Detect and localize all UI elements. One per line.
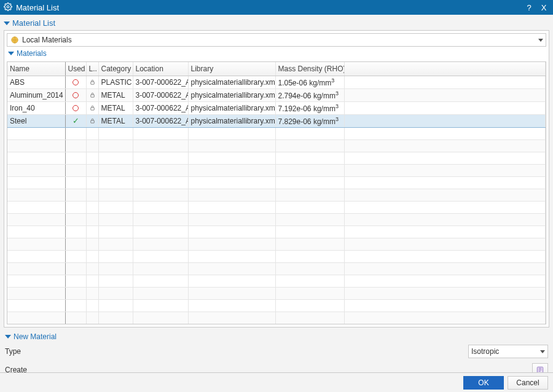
chevron-down-icon bbox=[4, 22, 10, 25]
chevron-down-icon bbox=[8, 52, 14, 55]
col-header-library[interactable]: Library bbox=[188, 62, 275, 76]
cell-used bbox=[65, 101, 86, 114]
cell-location: 3-007-000622_A bbox=[133, 114, 188, 127]
cell-fill bbox=[344, 101, 546, 114]
type-dropdown[interactable]: Isotropic bbox=[468, 345, 548, 358]
cell-fill bbox=[344, 88, 546, 101]
svg-rect-4 bbox=[90, 108, 94, 110]
cell-lock bbox=[86, 114, 98, 127]
table-row[interactable]: ABSPLASTIC3-007-000622_Aphysicalmaterial… bbox=[7, 76, 546, 88]
unused-icon bbox=[73, 79, 79, 85]
cell-location: 3-007-000622_A bbox=[133, 76, 188, 88]
table-row-empty bbox=[7, 164, 546, 176]
check-icon: ✓ bbox=[73, 117, 79, 125]
table-row-empty bbox=[7, 262, 546, 275]
chevron-down-icon bbox=[538, 39, 543, 42]
svg-point-0 bbox=[7, 6, 9, 8]
materials-section-title: Materials bbox=[17, 49, 47, 58]
cell-category: METAL bbox=[98, 88, 133, 101]
lock-icon bbox=[89, 117, 96, 124]
cell-used: ✓ bbox=[65, 114, 86, 127]
library-dropdown[interactable]: Local Materials bbox=[7, 33, 546, 47]
table-row-empty bbox=[7, 238, 546, 250]
cell-category: METAL bbox=[98, 114, 133, 127]
unused-icon bbox=[73, 105, 79, 111]
table-row[interactable]: Iron_40METAL3-007-000622_Aphysicalmateri… bbox=[7, 101, 546, 114]
svg-rect-2 bbox=[90, 82, 94, 84]
chevron-down-icon bbox=[5, 335, 11, 339]
table-row-empty bbox=[7, 213, 546, 225]
col-header-category[interactable]: Category bbox=[98, 62, 133, 76]
table-row[interactable]: Aluminum_2014METAL3-007-000622_Aphysical… bbox=[7, 88, 546, 101]
new-material-section-title: New Material bbox=[14, 332, 57, 341]
close-button[interactable]: X bbox=[538, 2, 549, 13]
lock-icon bbox=[89, 79, 96, 85]
col-header-location[interactable]: Location bbox=[133, 62, 188, 76]
cancel-button[interactable]: Cancel bbox=[508, 376, 548, 390]
table-row-empty bbox=[7, 201, 546, 213]
cell-name: Iron_40 bbox=[7, 101, 65, 114]
table-row-empty bbox=[7, 275, 546, 287]
cell-library: physicalmateriallibrary.xml bbox=[188, 114, 275, 127]
material-list-section-title: Material List bbox=[12, 18, 55, 28]
table-row-empty bbox=[7, 299, 546, 312]
cell-lock bbox=[86, 101, 98, 114]
cancel-button-label: Cancel bbox=[516, 378, 539, 387]
gear-icon bbox=[4, 2, 12, 13]
help-button[interactable]: ? bbox=[524, 2, 535, 13]
cell-name: ABS bbox=[7, 76, 65, 88]
type-dropdown-value: Isotropic bbox=[471, 347, 538, 356]
table-row[interactable]: Steel✓METAL3-007-000622_Aphysicalmateria… bbox=[7, 114, 546, 127]
unused-icon bbox=[73, 92, 79, 98]
col-header-rho[interactable]: Mass Density (RHO) bbox=[275, 62, 344, 76]
cell-lock bbox=[86, 76, 98, 88]
svg-rect-5 bbox=[90, 120, 94, 123]
material-list-section-header[interactable]: Material List bbox=[4, 17, 549, 30]
cell-fill bbox=[344, 114, 546, 127]
cell-library: physicalmateriallibrary.xml bbox=[188, 76, 275, 88]
cell-library: physicalmateriallibrary.xml bbox=[188, 88, 275, 101]
cell-lock bbox=[86, 88, 98, 101]
ok-button[interactable]: OK bbox=[463, 376, 504, 390]
table-row-empty bbox=[7, 225, 546, 238]
cell-category: METAL bbox=[98, 101, 133, 114]
type-label: Type bbox=[5, 347, 465, 356]
cell-rho: 7.829e-06 kg/mm3 bbox=[275, 114, 344, 127]
cell-rho: 1.05e-06 kg/mm3 bbox=[275, 76, 344, 88]
cell-location: 3-007-000622_A bbox=[133, 88, 188, 101]
col-header-lock[interactable]: L.. bbox=[86, 62, 98, 76]
new-material-section-header[interactable]: New Material bbox=[4, 330, 549, 342]
ok-button-label: OK bbox=[478, 378, 488, 387]
window-title: Material List bbox=[16, 3, 59, 12]
chevron-down-icon bbox=[540, 350, 545, 353]
col-header-fill bbox=[344, 62, 546, 76]
table-row-empty bbox=[7, 250, 546, 262]
close-icon: X bbox=[541, 3, 547, 12]
table-header-row: Name Used L.. Category Location Library … bbox=[7, 62, 546, 76]
cell-name: Steel bbox=[7, 114, 65, 127]
library-icon bbox=[10, 35, 20, 45]
materials-table[interactable]: Name Used L.. Category Location Library … bbox=[7, 61, 546, 324]
cell-rho: 7.192e-06 kg/mm3 bbox=[275, 101, 344, 114]
cell-fill bbox=[344, 76, 546, 88]
table-row-empty bbox=[7, 176, 546, 189]
cell-library: physicalmateriallibrary.xml bbox=[188, 101, 275, 114]
cell-location: 3-007-000622_A bbox=[133, 101, 188, 114]
cell-used bbox=[65, 76, 86, 88]
library-dropdown-value: Local Materials bbox=[22, 36, 538, 44]
table-row-empty bbox=[7, 189, 546, 201]
lock-icon bbox=[89, 92, 96, 98]
materials-section-header[interactable]: Materials bbox=[7, 47, 546, 59]
cell-name: Aluminum_2014 bbox=[7, 88, 65, 101]
table-row-empty bbox=[7, 139, 546, 152]
col-header-name[interactable]: Name bbox=[7, 62, 65, 76]
lock-icon bbox=[89, 104, 96, 111]
dialog-footer: OK Cancel bbox=[0, 372, 553, 392]
col-header-used[interactable]: Used bbox=[65, 62, 86, 76]
table-row-empty bbox=[7, 152, 546, 164]
material-list-panel: Local Materials Materials bbox=[4, 30, 549, 327]
cell-rho: 2.794e-06 kg/mm3 bbox=[275, 88, 344, 101]
cell-used bbox=[65, 88, 86, 101]
help-icon: ? bbox=[527, 3, 531, 12]
titlebar: Material List ? X bbox=[0, 0, 553, 15]
